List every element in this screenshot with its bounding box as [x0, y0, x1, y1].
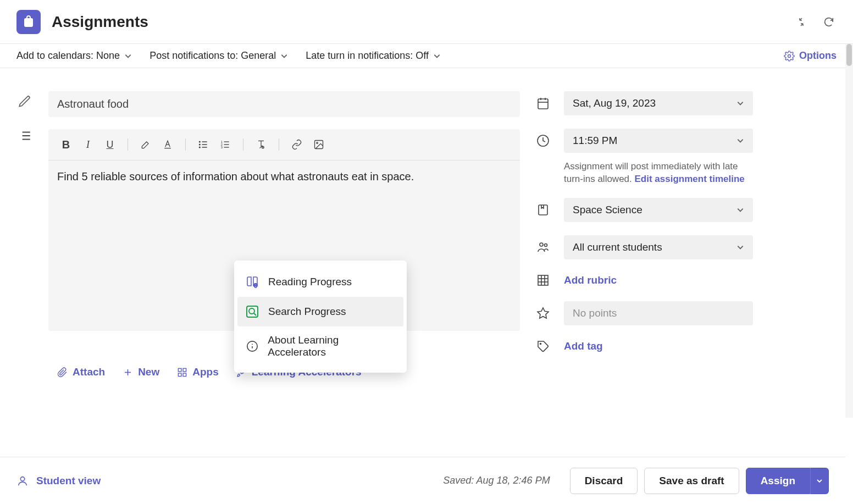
- person-icon: [16, 475, 29, 487]
- svg-point-9: [200, 147, 201, 148]
- plus-icon: [123, 367, 133, 378]
- svg-rect-25: [183, 368, 186, 372]
- reading-progress-item[interactable]: Reading Progress: [237, 267, 403, 297]
- tag-icon: [535, 339, 551, 354]
- saved-timestamp: Saved: Aug 18, 2:46 PM: [443, 475, 550, 486]
- search-progress-icon: [245, 304, 259, 319]
- students-select[interactable]: All current students: [564, 235, 753, 259]
- bullet-list-button[interactable]: [195, 136, 212, 153]
- about-accelerators-label: About Learning Accelerators: [268, 334, 396, 358]
- list-icon: [18, 129, 32, 143]
- link-button[interactable]: [288, 136, 306, 153]
- grid-icon: [535, 273, 551, 288]
- chevron-down-icon: [433, 52, 441, 60]
- image-button[interactable]: [310, 136, 328, 153]
- refresh-icon[interactable]: [821, 14, 837, 30]
- gear-icon: [784, 51, 795, 62]
- add-calendars-label: Add to calendars: None: [16, 50, 120, 62]
- star-icon: [535, 306, 551, 321]
- svg-marker-41: [538, 308, 549, 318]
- due-date-value: Sat, Aug 19, 2023: [573, 97, 656, 109]
- assign-dropdown-button[interactable]: [810, 468, 829, 494]
- add-calendars-select[interactable]: Add to calendars: None: [16, 50, 132, 62]
- calendar-icon: [535, 96, 551, 111]
- svg-point-51: [252, 344, 253, 345]
- due-time-value: 11:59 PM: [573, 135, 617, 147]
- svg-point-34: [540, 243, 543, 246]
- chevron-down-icon: [280, 52, 288, 60]
- chevron-down-icon: [736, 99, 744, 107]
- app-title: Assignments: [52, 13, 148, 31]
- class-select[interactable]: Space Science: [564, 198, 753, 222]
- student-view-button[interactable]: Student view: [16, 475, 101, 487]
- edit-timeline-link[interactable]: Edit assignment timeline: [635, 174, 745, 184]
- svg-rect-24: [179, 368, 182, 372]
- text-color-button[interactable]: [159, 136, 176, 153]
- chevron-down-icon: [736, 206, 744, 214]
- svg-rect-44: [255, 284, 256, 286]
- editor-toolbar: B I U 123: [48, 129, 520, 160]
- about-accelerators-item[interactable]: About Learning Accelerators: [237, 326, 403, 366]
- paperclip-icon: [57, 367, 68, 378]
- scrollbar-thumb[interactable]: [846, 44, 852, 66]
- highlight-button[interactable]: [137, 136, 154, 153]
- search-progress-label: Search Progress: [268, 306, 346, 318]
- late-turnin-select[interactable]: Late turn in notifications: Off: [306, 50, 441, 62]
- collapse-icon[interactable]: [794, 14, 809, 30]
- save-draft-button[interactable]: Save as draft: [644, 468, 739, 494]
- assign-button[interactable]: Assign: [746, 468, 810, 494]
- underline-button[interactable]: U: [101, 136, 119, 153]
- svg-point-21: [317, 142, 318, 144]
- svg-point-47: [249, 308, 254, 314]
- svg-point-35: [545, 243, 547, 246]
- add-rubric-link[interactable]: Add rubric: [564, 274, 617, 286]
- due-time-select[interactable]: 11:59 PM: [564, 129, 753, 153]
- app-header: Assignments: [0, 0, 853, 44]
- apps-label: Apps: [192, 366, 219, 378]
- timeline-note: Assignment will post immediately with la…: [535, 160, 753, 186]
- reading-progress-icon: [245, 275, 259, 289]
- svg-point-7: [200, 141, 201, 142]
- svg-rect-33: [539, 205, 547, 215]
- svg-rect-26: [179, 373, 182, 376]
- svg-point-52: [20, 477, 24, 480]
- clock-icon: [535, 133, 551, 148]
- post-notifications-select[interactable]: Post notifications to: General: [149, 50, 288, 62]
- scrollbar[interactable]: [845, 44, 853, 418]
- clear-format-button[interactable]: [252, 136, 270, 153]
- chevron-down-icon: [124, 52, 132, 60]
- italic-button[interactable]: I: [79, 136, 97, 153]
- due-date-select[interactable]: Sat, Aug 19, 2023: [564, 91, 753, 115]
- people-icon: [535, 240, 551, 255]
- discard-button[interactable]: Discard: [570, 468, 638, 494]
- assignment-title-input[interactable]: [48, 91, 520, 117]
- options-button[interactable]: Options: [784, 50, 837, 62]
- points-input[interactable]: No points: [564, 301, 753, 325]
- svg-text:3: 3: [221, 146, 223, 149]
- footer: Student view Saved: Aug 18, 2:46 PM Disc…: [0, 457, 845, 504]
- backpack-icon: [22, 15, 35, 29]
- students-value: All current students: [573, 241, 662, 253]
- numbered-list-button[interactable]: 123: [217, 136, 234, 153]
- svg-point-42: [540, 343, 541, 344]
- left-icon-rail: [16, 91, 33, 378]
- learning-accelerators-menu: Reading Progress Search Progress About L…: [234, 261, 407, 373]
- apps-button[interactable]: Apps: [177, 366, 219, 378]
- post-notifications-label: Post notifications to: General: [149, 50, 276, 62]
- chevron-down-icon: [816, 478, 823, 484]
- options-label: Options: [799, 50, 837, 62]
- search-progress-item[interactable]: Search Progress: [237, 297, 403, 326]
- apps-icon: [177, 367, 187, 378]
- attach-button[interactable]: Attach: [57, 366, 105, 378]
- bold-button[interactable]: B: [57, 136, 75, 153]
- svg-rect-27: [183, 373, 186, 376]
- new-button[interactable]: New: [123, 366, 159, 378]
- chevron-down-icon: [736, 243, 744, 251]
- reading-progress-label: Reading Progress: [268, 276, 352, 288]
- add-tag-link[interactable]: Add tag: [564, 340, 603, 352]
- chevron-down-icon: [736, 137, 744, 145]
- class-value: Space Science: [573, 204, 642, 216]
- svg-point-8: [200, 144, 201, 145]
- info-icon: [245, 339, 259, 353]
- student-view-label: Student view: [36, 475, 101, 487]
